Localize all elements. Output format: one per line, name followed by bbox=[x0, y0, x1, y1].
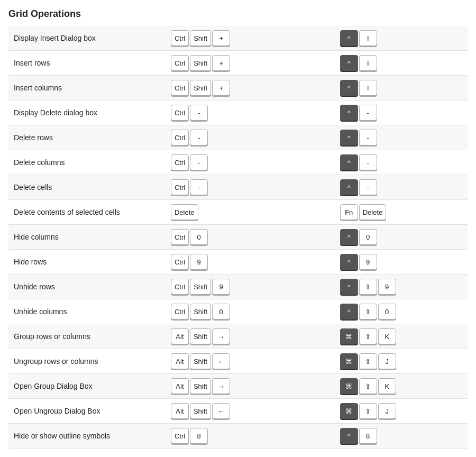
key-badge: - bbox=[190, 179, 208, 195]
win-keys-cell: CtrlShift0 bbox=[166, 299, 335, 324]
key-badge: ^ bbox=[340, 130, 358, 145]
mac-keys-cell: ^- bbox=[335, 100, 468, 125]
shortcut-label: Display Delete dialog box bbox=[8, 100, 166, 125]
key-badge: ^ bbox=[340, 179, 358, 195]
key-badge: ⇧ bbox=[359, 353, 377, 369]
key-badge: Alt bbox=[171, 403, 189, 419]
mac-keys-cell: ^8 bbox=[335, 424, 468, 449]
win-keys-cell: Ctrl- bbox=[166, 175, 335, 200]
mac-keys-cell: ^⇧0 bbox=[335, 299, 468, 324]
key-badge: ^ bbox=[340, 55, 358, 71]
key-badge: ⇧ bbox=[359, 378, 377, 394]
key-badge: Ctrl bbox=[171, 80, 189, 96]
key-badge: Ctrl bbox=[171, 279, 189, 295]
win-keys-cell: CtrlShift+ bbox=[166, 26, 335, 51]
win-keys-cell: Ctrl- bbox=[166, 100, 335, 125]
table-row: Unhide rowsCtrlShift9^⇧9 bbox=[8, 275, 468, 299]
table-row: Delete rowsCtrl-^- bbox=[8, 125, 468, 150]
key-badge: ⌘ bbox=[340, 378, 358, 394]
table-row: Display Insert Dialog boxCtrlShift+^I bbox=[8, 26, 468, 51]
win-keys-cell: AltShift← bbox=[166, 349, 335, 374]
key-badge: ⌘ bbox=[340, 403, 358, 419]
key-badge: Shift bbox=[190, 378, 211, 394]
table-row: Hide rowsCtrl9^9 bbox=[8, 250, 468, 275]
table-row: Insert rowsCtrlShift+^I bbox=[8, 51, 468, 76]
key-badge: Alt bbox=[171, 353, 189, 369]
table-row: Open Group Dialog BoxAltShift→⌘⇧K bbox=[8, 374, 468, 399]
shortcut-label: Ungroup rows or columns bbox=[8, 349, 166, 374]
key-badge: 9 bbox=[359, 254, 377, 270]
key-badge: 9 bbox=[212, 279, 230, 295]
mac-keys-cell: ^⇧9 bbox=[335, 275, 468, 299]
key-badge: Shift bbox=[190, 55, 211, 71]
shortcut-label: Unhide columns bbox=[8, 299, 166, 324]
key-badge: K bbox=[378, 328, 396, 344]
win-keys-cell: AltShift→ bbox=[166, 374, 335, 399]
key-badge: ^ bbox=[340, 105, 358, 121]
win-keys-cell: CtrlShift9 bbox=[166, 275, 335, 299]
key-badge: Ctrl bbox=[171, 179, 189, 195]
key-badge: Delete bbox=[171, 204, 198, 220]
key-badge: ^ bbox=[340, 279, 358, 295]
key-badge: Shift bbox=[190, 30, 211, 46]
table-row: Display Delete dialog boxCtrl-^- bbox=[8, 100, 468, 125]
key-badge: Alt bbox=[171, 328, 189, 344]
table-row: Open Ungroup Dialog BoxAltShift←⌘⇧J bbox=[8, 399, 468, 424]
key-badge: + bbox=[212, 80, 230, 96]
key-badge: ⌘ bbox=[340, 353, 358, 369]
shortcut-label: Insert columns bbox=[8, 76, 166, 100]
mac-keys-cell: ⌘⇧K bbox=[335, 324, 468, 349]
key-badge: Shift bbox=[190, 328, 211, 344]
table-row: Delete cellsCtrl-^- bbox=[8, 175, 468, 200]
mac-keys-cell: ^I bbox=[335, 51, 468, 76]
shortcut-label: Open Ungroup Dialog Box bbox=[8, 399, 166, 424]
win-keys-cell: Ctrl0 bbox=[166, 225, 335, 250]
key-badge: 0 bbox=[359, 229, 377, 245]
mac-keys-cell: FnDelete bbox=[335, 200, 468, 225]
key-badge: ^ bbox=[340, 154, 358, 170]
table-row: Delete columnsCtrl-^- bbox=[8, 150, 468, 175]
key-badge: Shift bbox=[190, 304, 211, 319]
key-badge: - bbox=[359, 179, 377, 195]
key-badge: ⇧ bbox=[359, 403, 377, 419]
shortcut-label: Open Group Dialog Box bbox=[8, 374, 166, 399]
key-badge: I bbox=[359, 30, 377, 46]
key-badge: 0 bbox=[378, 304, 396, 319]
key-badge: - bbox=[190, 130, 208, 145]
mac-keys-cell: ^9 bbox=[335, 250, 468, 275]
key-badge: Fn bbox=[340, 204, 358, 220]
key-badge: Ctrl bbox=[171, 55, 189, 71]
shortcut-label: Delete cells bbox=[8, 175, 166, 200]
key-badge: - bbox=[359, 130, 377, 145]
key-badge: Shift bbox=[190, 80, 211, 96]
table-row: Group rows or columnsAltShift→⌘⇧K bbox=[8, 324, 468, 349]
key-badge: → bbox=[212, 378, 230, 394]
mac-keys-cell: ⌘⇧J bbox=[335, 349, 468, 374]
key-badge: Delete bbox=[359, 204, 387, 220]
shortcut-label: Delete contents of selected cells bbox=[8, 200, 166, 225]
mac-keys-cell: ^I bbox=[335, 26, 468, 51]
key-badge: Ctrl bbox=[171, 130, 189, 145]
key-badge: 8 bbox=[190, 428, 208, 444]
win-keys-cell: AltShift→ bbox=[166, 324, 335, 349]
key-badge: Ctrl bbox=[171, 428, 189, 444]
key-badge: ^ bbox=[340, 254, 358, 270]
shortcut-label: Hide or show outline symbols bbox=[8, 424, 166, 449]
shortcut-label: Hide rows bbox=[8, 250, 166, 275]
shortcut-label: Unhide rows bbox=[8, 275, 166, 299]
shortcut-label: Group rows or columns bbox=[8, 324, 166, 349]
key-badge: Shift bbox=[190, 279, 211, 295]
key-badge: ← bbox=[212, 403, 230, 419]
win-keys-cell: AltShift← bbox=[166, 399, 335, 424]
table-row: Insert columnsCtrlShift+^I bbox=[8, 76, 468, 100]
key-badge: Ctrl bbox=[171, 229, 189, 245]
table-row: Hide or show outline symbolsCtrl8^8 bbox=[8, 424, 468, 449]
win-keys-cell: Ctrl- bbox=[166, 125, 335, 150]
key-badge: ^ bbox=[340, 80, 358, 96]
shortcut-label: Delete columns bbox=[8, 150, 166, 175]
key-badge: ⇧ bbox=[359, 328, 377, 344]
key-badge: Ctrl bbox=[171, 304, 189, 319]
key-badge: ^ bbox=[340, 428, 358, 444]
key-badge: ⇧ bbox=[359, 279, 377, 295]
key-badge: ⌘ bbox=[340, 328, 358, 344]
